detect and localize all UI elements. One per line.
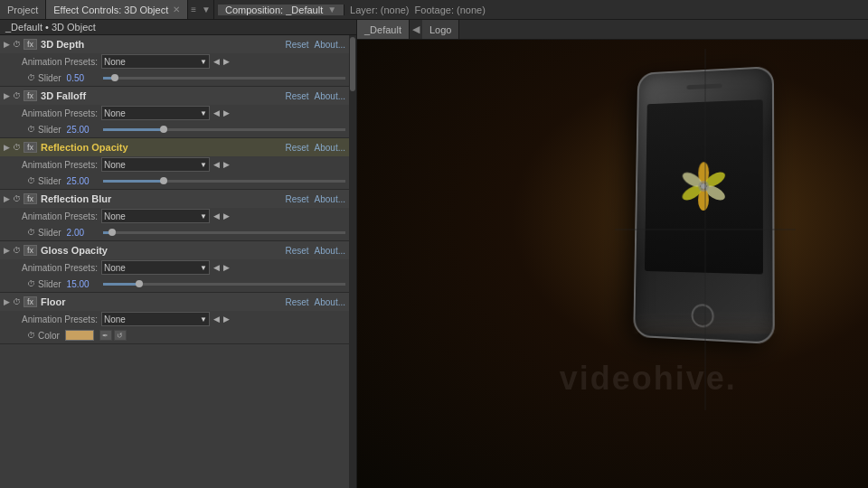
slider-value[interactable]: 25.00 bbox=[67, 176, 99, 186]
slider-track[interactable] bbox=[103, 77, 345, 80]
stopwatch-icon[interactable]: ⏱ bbox=[27, 279, 35, 288]
next-preset-icon[interactable]: ▶ bbox=[222, 160, 231, 169]
phone-reflection bbox=[636, 311, 775, 333]
stopwatch-icon[interactable]: ⏱ bbox=[13, 194, 21, 203]
stopwatch-icon[interactable]: ⏱ bbox=[27, 176, 35, 185]
close-icon[interactable]: ✕ bbox=[173, 5, 180, 14]
panel-menu-icon[interactable]: ≡ bbox=[188, 5, 199, 14]
effect-reset-btn[interactable]: Reset bbox=[285, 297, 308, 307]
stopwatch-icon[interactable]: ⏱ bbox=[13, 40, 21, 49]
triangle-icon[interactable]: ▶ bbox=[4, 91, 10, 100]
stopwatch-icon[interactable]: ⏱ bbox=[27, 125, 35, 134]
stopwatch-icon[interactable]: ⏱ bbox=[27, 331, 35, 340]
slider-label: Slider bbox=[38, 176, 61, 186]
composition-viewer[interactable]: videohive. bbox=[357, 40, 868, 488]
prev-preset-icon[interactable]: ◀ bbox=[212, 314, 222, 324]
effect-title-row-5[interactable]: ▶ ⏱ fx Floor Reset About... bbox=[0, 293, 349, 311]
triangle-icon[interactable]: ▶ bbox=[4, 246, 10, 255]
effect-title-row-0[interactable]: ▶ ⏱ fx 3D Depth Reset About... bbox=[0, 35, 349, 53]
effect-title-row-4[interactable]: ▶ ⏱ fx Gloss Opacity Reset About... bbox=[0, 241, 349, 259]
triangle-icon[interactable]: ▶ bbox=[4, 297, 10, 306]
preset-dropdown[interactable]: None ▼ bbox=[101, 54, 210, 69]
prev-preset-icon[interactable]: ◀ bbox=[212, 57, 222, 66]
effect-name: 3D Falloff bbox=[41, 90, 285, 101]
slider-thumb[interactable] bbox=[111, 74, 118, 81]
next-preset-icon[interactable]: ▶ bbox=[222, 263, 231, 272]
effect-title-row-2[interactable]: ▶ ⏱ fx Reflection Opacity Reset About... bbox=[0, 138, 349, 156]
preset-dropdown[interactable]: None ▼ bbox=[101, 312, 210, 326]
slider-fill bbox=[103, 283, 139, 286]
next-preset-icon[interactable]: ▶ bbox=[222, 211, 231, 221]
color-eyedropper-btn[interactable]: ✒ bbox=[99, 330, 112, 341]
slider-track[interactable] bbox=[103, 283, 345, 286]
preset-dropdown[interactable]: None ▼ bbox=[101, 157, 210, 172]
comp-tab-default[interactable]: _Default bbox=[357, 20, 410, 39]
slider-thumb[interactable] bbox=[160, 126, 167, 133]
effect-about-btn[interactable]: About... bbox=[315, 143, 345, 153]
slider-thumb[interactable] bbox=[136, 280, 143, 287]
comp-dropdown-icon[interactable]: ▼ bbox=[327, 5, 336, 14]
triangle-icon[interactable]: ▶ bbox=[4, 194, 10, 203]
slider-track[interactable] bbox=[103, 180, 345, 183]
phone-screen bbox=[645, 99, 763, 274]
effect-about-btn[interactable]: About... bbox=[315, 297, 345, 307]
stopwatch-icon[interactable]: ⏱ bbox=[27, 228, 35, 237]
slider-value[interactable]: 2.00 bbox=[67, 228, 99, 238]
triangle-icon[interactable]: ▶ bbox=[4, 143, 10, 152]
effect-title-row-1[interactable]: ▶ ⏱ fx 3D Falloff Reset About... bbox=[0, 87, 349, 105]
slider-track[interactable] bbox=[103, 231, 345, 234]
tab-project[interactable]: Project bbox=[0, 0, 46, 19]
effect-title-row-3[interactable]: ▶ ⏱ fx Reflection Blur Reset About... bbox=[0, 190, 349, 208]
slider-thumb[interactable] bbox=[160, 177, 167, 184]
slider-row-1: ⏱ Slider 25.00 bbox=[0, 121, 349, 137]
preset-row-4: Animation Presets: None ▼ ◀ ▶ bbox=[0, 259, 349, 276]
next-preset-icon[interactable]: ▶ bbox=[222, 57, 231, 66]
prev-preset-icon[interactable]: ◀ bbox=[212, 108, 222, 117]
prev-preset-icon[interactable]: ◀ bbox=[212, 211, 222, 221]
next-preset-icon[interactable]: ▶ bbox=[222, 108, 231, 117]
triangle-icon[interactable]: ▶ bbox=[4, 40, 10, 49]
effect-about-btn[interactable]: About... bbox=[315, 91, 345, 101]
slider-row-2: ⏱ Slider 25.00 bbox=[0, 173, 349, 189]
effect-about-btn[interactable]: About... bbox=[315, 194, 345, 204]
prev-preset-icon[interactable]: ◀ bbox=[212, 263, 222, 272]
effect-reset-btn[interactable]: Reset bbox=[285, 91, 308, 101]
next-preset-icon[interactable]: ▶ bbox=[222, 314, 231, 324]
stopwatch-icon[interactable]: ⏱ bbox=[13, 246, 21, 255]
preset-label: Animation Presets: bbox=[22, 211, 98, 221]
panel-label-layer: Layer: (none) bbox=[350, 5, 409, 15]
slider-value[interactable]: 0.50 bbox=[67, 73, 99, 83]
effect-reset-btn[interactable]: Reset bbox=[285, 194, 308, 204]
stopwatch-icon[interactable]: ⏱ bbox=[13, 297, 21, 306]
effect-reset-btn[interactable]: Reset bbox=[285, 40, 308, 50]
slider-value[interactable]: 15.00 bbox=[67, 279, 99, 289]
panel-collapse-icon[interactable]: ▼ bbox=[199, 5, 213, 14]
preset-dropdown[interactable]: None ▼ bbox=[101, 106, 210, 120]
effects-list: ▶ ⏱ fx 3D Depth Reset About... Animation… bbox=[0, 35, 349, 488]
preset-dropdown[interactable]: None ▼ bbox=[101, 260, 210, 275]
prev-preset-icon[interactable]: ◀ bbox=[212, 160, 222, 169]
scroll-thumb[interactable] bbox=[350, 37, 355, 91]
preset-dropdown[interactable]: None ▼ bbox=[101, 209, 210, 223]
effect-name: Gloss Opacity bbox=[41, 245, 285, 256]
effect-reset-btn[interactable]: Reset bbox=[285, 246, 308, 256]
fx-badge: fx bbox=[24, 90, 37, 101]
scrollbar[interactable] bbox=[349, 35, 356, 488]
color-reset-btn[interactable]: ↺ bbox=[114, 330, 127, 341]
stopwatch-icon[interactable]: ⏱ bbox=[27, 73, 35, 82]
slider-thumb[interactable] bbox=[108, 229, 116, 236]
effect-reset-btn[interactable]: Reset bbox=[285, 143, 308, 153]
comp-tab-logo[interactable]: Logo bbox=[422, 20, 459, 39]
slider-value[interactable]: 25.00 bbox=[67, 125, 99, 135]
color-swatch[interactable] bbox=[65, 330, 94, 341]
effect-name: Reflection Blur bbox=[41, 193, 285, 204]
preset-row-1: Animation Presets: None ▼ ◀ ▶ bbox=[0, 105, 349, 121]
tab-effect-controls[interactable]: Effect Controls: 3D Object ✕ bbox=[46, 0, 188, 19]
effect-about-btn[interactable]: About... bbox=[315, 40, 345, 50]
tab-composition[interactable]: Composition: _Default ▼ bbox=[218, 5, 344, 15]
slider-track[interactable] bbox=[103, 128, 345, 131]
stopwatch-icon[interactable]: ⏱ bbox=[13, 91, 21, 100]
effect-about-btn[interactable]: About... bbox=[315, 246, 345, 256]
stopwatch-icon[interactable]: ⏱ bbox=[13, 143, 21, 152]
preset-row-3: Animation Presets: None ▼ ◀ ▶ bbox=[0, 208, 349, 224]
